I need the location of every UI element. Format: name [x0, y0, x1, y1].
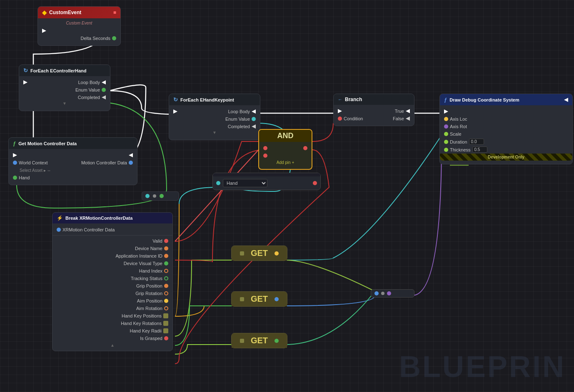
and-input-pin-2[interactable] — [263, 154, 267, 158]
motion-data-pin[interactable] — [129, 161, 133, 165]
aim-rotation-pin[interactable] — [164, 306, 168, 310]
axis-loc-label: Axis Loc — [450, 117, 467, 122]
diamond-icon: ◆ — [42, 9, 47, 16]
get1-grid-in[interactable] — [240, 251, 244, 256]
get3-grid-in[interactable] — [240, 339, 244, 343]
axis-loc-pin[interactable] — [444, 117, 448, 121]
loop-body-label: Loop Body — [78, 80, 100, 85]
get-motion-exec-out[interactable] — [129, 153, 133, 157]
branch-condition-pin[interactable] — [338, 117, 342, 121]
duration-label: Duration — [450, 139, 467, 144]
device-visual-pin[interactable] — [164, 261, 168, 265]
xr-data-label: XRMotion Controller Data — [62, 227, 115, 232]
grip-position-pin[interactable] — [164, 284, 168, 288]
branch-back-icon: ← — [338, 97, 342, 102]
scale-label: Scale — [450, 131, 462, 136]
keypoint-completed-pin[interactable] — [252, 124, 256, 129]
valid-label: Valid — [152, 238, 162, 243]
keypoint-exec-in[interactable] — [173, 109, 177, 114]
conn-bar-pin2[interactable] — [387, 291, 391, 295]
keypoint-loopbody-pin[interactable] — [252, 109, 256, 114]
scale-pin[interactable] — [444, 132, 448, 136]
foreach-keypoint-header: ↻ ForEach EHandKeypoint — [169, 94, 260, 105]
and-input-pin-1[interactable] — [263, 146, 267, 150]
hand-select-in-pin[interactable] — [216, 181, 220, 185]
conn-bar-pin1[interactable] — [374, 291, 379, 295]
hand-select-out-pin[interactable] — [313, 181, 317, 185]
and-node: AND Add pin + — [258, 129, 312, 170]
thickness-pin[interactable] — [444, 148, 448, 152]
device-name-pin[interactable] — [164, 246, 168, 251]
hand-key-radii-pin[interactable] — [163, 328, 168, 333]
get1-label: GET — [247, 247, 272, 260]
is-grasped-pin[interactable] — [164, 336, 168, 340]
axis-rot-pin[interactable] — [444, 124, 448, 129]
hand-select-node: Hand — [212, 173, 321, 190]
get2-grid-in[interactable] — [240, 297, 244, 301]
enum-value-pin[interactable] — [102, 88, 106, 92]
get-node-3: GET — [231, 333, 287, 348]
keypoint-enum-pin[interactable] — [252, 117, 256, 121]
aim-position-label: Aim Position — [137, 298, 162, 303]
get1-out-pin[interactable] — [275, 251, 279, 256]
valid-pin[interactable] — [164, 239, 168, 243]
conn-bar-mid[interactable] — [381, 292, 384, 295]
loop-body-pin[interactable] — [102, 80, 106, 84]
branch-false-pin[interactable] — [406, 117, 410, 121]
get3-out-pin[interactable] — [275, 339, 279, 343]
small-conn-right[interactable] — [160, 194, 164, 198]
motion-data-label: Motion Controller Data — [81, 160, 127, 165]
app-instance-pin[interactable] — [164, 254, 168, 258]
get-motion-node: ƒ Get Motion Controller Data World Conte… — [8, 137, 137, 185]
hand-key-rot-pin[interactable] — [163, 321, 168, 326]
xr-data-pin[interactable] — [57, 228, 61, 232]
device-visual-label: Device Visual Type — [124, 261, 162, 266]
exec-out-pin[interactable] — [42, 29, 46, 33]
thickness-input[interactable] — [472, 146, 487, 153]
cycle-icon: ↻ — [23, 67, 28, 74]
delta-seconds-pin[interactable] — [112, 36, 116, 40]
completed-label: Completed — [78, 95, 100, 100]
dev-only-strip: Development Only — [440, 154, 572, 161]
hand-key-pos-pin[interactable] — [163, 313, 168, 318]
small-conn-left[interactable] — [145, 194, 150, 198]
foreach-hand-node: ↻ ForEach EControllerHand Loop Body Enum… — [19, 65, 110, 111]
close-icon[interactable]: ■ — [113, 10, 116, 15]
draw-debug-title: Draw Debug Coordinate System — [449, 97, 519, 102]
small-conn-mid[interactable] — [153, 194, 156, 198]
draw-debug-exec-in[interactable] — [444, 109, 448, 114]
get-motion-title: Get Motion Controller Data — [18, 141, 77, 146]
device-name-label: Device Name — [135, 246, 162, 251]
duration-input[interactable] — [469, 139, 484, 145]
get-node-1: GET — [231, 246, 287, 261]
draw-debug-node: ƒ Draw Debug Coordinate System Axis Loc … — [439, 94, 573, 164]
grip-rotation-pin[interactable] — [164, 291, 168, 295]
grip-position-label: Grip Position — [136, 283, 162, 288]
custom-event-title: CustomEvent — [49, 10, 81, 15]
completed-pin[interactable] — [102, 95, 106, 99]
foreach-hand-exec-in[interactable] — [23, 80, 27, 84]
duration-pin[interactable] — [444, 140, 448, 144]
branch-node: ← Branch True Condition False — [333, 94, 414, 126]
app-instance-label: Application Instance ID — [115, 253, 162, 258]
draw-debug-exec-out[interactable] — [564, 98, 568, 102]
branch-true-pin[interactable] — [406, 109, 410, 113]
custom-event-node: ◆ CustomEvent ■ Custom Event Delta Secon… — [37, 6, 121, 46]
hand-key-radii-label: Hand Key Radii — [130, 328, 162, 333]
branch-true-label: True — [395, 109, 404, 114]
get-node-2: GET — [231, 291, 287, 307]
and-output-pin[interactable] — [303, 146, 307, 150]
hand-index-pin[interactable] — [164, 269, 168, 273]
get-motion-header: ƒ Get Motion Controller Data — [9, 138, 137, 149]
aim-position-pin[interactable] — [164, 299, 168, 303]
add-pin-label[interactable]: Add pin + — [259, 159, 312, 166]
tracking-status-pin[interactable] — [164, 276, 168, 280]
hand-pin-in[interactable] — [13, 176, 17, 180]
break-xr-title: Break XRMotionControllerData — [65, 216, 132, 221]
keypoint-completed-label: Completed — [228, 124, 250, 129]
get-motion-exec-in[interactable] — [13, 153, 17, 157]
get2-out-pin[interactable] — [275, 297, 279, 301]
world-context-pin[interactable] — [13, 161, 17, 165]
branch-exec-in[interactable] — [338, 109, 342, 113]
hand-dropdown[interactable]: Hand — [223, 179, 267, 187]
